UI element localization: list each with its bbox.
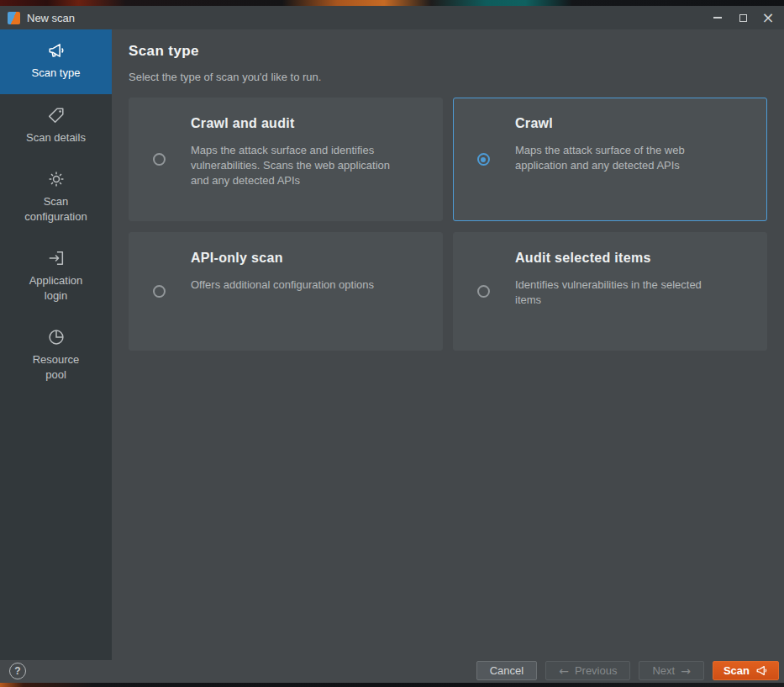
- sidebar-item-scan-type[interactable]: Scan type: [0, 29, 112, 94]
- sidebar-item-scan-details[interactable]: Scan details: [0, 94, 112, 159]
- sidebar-item-resource-pool[interactable]: Resource pool: [0, 316, 112, 395]
- sidebar-item-scan-configuration[interactable]: Scan configuration: [0, 158, 112, 237]
- sidebar: Scan type Scan details Scan configuratio…: [0, 29, 112, 660]
- minimize-icon: [713, 17, 722, 18]
- option-card-audit-selected-items[interactable]: Audit selected items Identifies vulnerab…: [453, 232, 767, 351]
- footer-bar: ? Cancel ← Previous Next → Scan: [0, 660, 784, 683]
- help-icon: ?: [14, 665, 20, 677]
- scan-label: Scan: [723, 664, 750, 677]
- new-scan-window: New scan × Scan type: [0, 6, 784, 683]
- scan-button[interactable]: Scan: [713, 661, 779, 680]
- option-card-api-only-scan[interactable]: API-only scan Offers additional configur…: [129, 232, 443, 351]
- option-description: Maps the attack surface and identifies v…: [191, 143, 403, 188]
- main-content: Scan type Select the type of scan you'd …: [112, 29, 784, 660]
- next-button[interactable]: Next →: [639, 661, 703, 680]
- option-description: Identifies vulnerabilities in the select…: [515, 277, 728, 308]
- radio-audit-selected-items[interactable]: [477, 285, 490, 298]
- screen: New scan × Scan type: [0, 0, 784, 687]
- radio-column: [129, 233, 188, 350]
- burp-suite-logo-icon: [8, 12, 20, 24]
- previous-label: Previous: [575, 664, 618, 677]
- radio-crawl-and-audit[interactable]: [153, 153, 166, 166]
- option-card-crawl-and-audit[interactable]: Crawl and audit Maps the attack surface …: [129, 98, 443, 221]
- next-label: Next: [652, 664, 675, 677]
- login-icon: [47, 249, 66, 267]
- radio-column: [454, 233, 513, 350]
- sidebar-item-label: Resource pool: [23, 352, 90, 382]
- sidebar-item-label: Scan details: [26, 130, 86, 145]
- option-description: Offers additional configuration options: [191, 277, 403, 293]
- sidebar-item-label: Application login: [23, 273, 90, 303]
- gear-icon: [47, 170, 66, 188]
- page-subtitle: Select the type of scan you'd like to ru…: [129, 71, 767, 83]
- minimize-button[interactable]: [705, 7, 730, 29]
- sidebar-item-label: Scan type: [32, 66, 81, 81]
- pie-chart-icon: [47, 328, 66, 346]
- radio-api-only-scan[interactable]: [153, 285, 166, 298]
- sidebar-item-application-login[interactable]: Application login: [0, 237, 112, 316]
- window-title: New scan: [27, 12, 75, 24]
- option-title: API-only scan: [191, 251, 403, 266]
- sidebar-item-label: Scan configuration: [23, 194, 90, 224]
- previous-button[interactable]: ← Previous: [545, 661, 630, 680]
- option-title: Crawl: [515, 116, 728, 131]
- radio-crawl[interactable]: [477, 153, 490, 166]
- desktop-background-bottom: [0, 683, 784, 687]
- tag-icon: [47, 106, 66, 124]
- cancel-button[interactable]: Cancel: [476, 661, 537, 680]
- close-button[interactable]: ×: [755, 7, 781, 29]
- cancel-label: Cancel: [490, 664, 524, 677]
- option-card-crawl[interactable]: Crawl Maps the attack surface of the web…: [453, 98, 767, 221]
- scan-type-options: Crawl and audit Maps the attack surface …: [129, 98, 767, 351]
- window-controls: ×: [705, 7, 781, 29]
- desktop-background-top: [0, 0, 784, 6]
- page-title: Scan type: [129, 43, 767, 60]
- maximize-button[interactable]: [730, 7, 755, 29]
- maximize-icon: [739, 14, 747, 22]
- radio-column: [129, 98, 188, 220]
- megaphone-icon: [755, 664, 768, 677]
- option-title: Crawl and audit: [191, 116, 403, 131]
- footer-buttons: Cancel ← Previous Next → Scan: [476, 661, 779, 680]
- arrow-left-icon: ←: [559, 665, 569, 677]
- titlebar[interactable]: New scan ×: [0, 6, 784, 29]
- close-icon: ×: [761, 10, 774, 25]
- option-description: Maps the attack surface of the web appli…: [515, 143, 728, 173]
- option-title: Audit selected items: [515, 251, 728, 266]
- megaphone-icon: [47, 41, 66, 60]
- radio-column: [454, 98, 513, 220]
- help-button[interactable]: ?: [9, 663, 26, 679]
- arrow-right-icon: →: [681, 665, 691, 677]
